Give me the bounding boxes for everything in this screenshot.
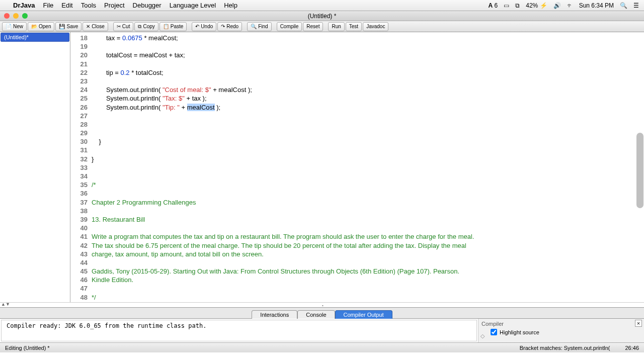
cut-icon: ✂ — [117, 24, 121, 29]
tab-compiler-output[interactable]: Compiler Output — [335, 310, 392, 319]
bottom-tabs: Interactions Console Compiler Output — [0, 307, 644, 318]
menu-tools[interactable]: Tools — [81, 2, 96, 9]
tab-interactions[interactable]: Interactions — [252, 310, 297, 319]
spotlight-icon[interactable]: 🔍 — [620, 2, 627, 9]
splitter[interactable]: ▲▼ • — [0, 302, 644, 307]
status-pos: 26:46 — [625, 345, 639, 351]
clock[interactable]: Sun 6:34 PM — [579, 2, 614, 9]
display-icon[interactable]: ▭ — [504, 2, 509, 9]
battery-icon[interactable]: 42% ⚡ — [526, 2, 547, 9]
diamond-icon[interactable]: ◇ — [480, 333, 485, 339]
new-button[interactable]: 📄New — [2, 22, 27, 31]
find-button[interactable]: 🔍Find — [247, 22, 271, 31]
paste-button[interactable]: 📋Paste — [159, 22, 187, 31]
file-sidebar: (Untitled)* — [0, 32, 70, 302]
highlight-source-checkbox[interactable]: Highlight source — [491, 329, 641, 335]
zoom-window-button[interactable] — [22, 13, 28, 19]
compile-button[interactable]: Compile — [277, 22, 302, 31]
menu-debugger[interactable]: Debugger — [133, 2, 162, 9]
cut-button[interactable]: ✂Cut — [113, 22, 134, 31]
new-icon: 📄 — [6, 24, 12, 29]
volume-icon[interactable]: 🔊 — [553, 2, 561, 9]
statusbar: Editing (Untitled) * Bracket matches: Sy… — [0, 342, 644, 352]
macos-menubar: DrJava File Edit Tools Project Debugger … — [0, 0, 644, 11]
panel-close-button[interactable]: × — [635, 320, 642, 327]
open-button[interactable]: 📂Open — [28, 22, 54, 31]
close-window-button[interactable] — [4, 13, 10, 19]
app-name[interactable]: DrJava — [13, 2, 35, 9]
menu-help[interactable]: Help — [224, 2, 237, 9]
undo-button[interactable]: ↶Undo — [192, 22, 216, 31]
copy-button[interactable]: ⧉Copy — [134, 22, 158, 31]
run-button[interactable]: Run — [328, 22, 344, 31]
compiler-output-text: Compiler ready: JDK 6.0_65 from the runt… — [1, 320, 477, 341]
find-icon: 🔍 — [251, 24, 257, 29]
output-area: Compiler ready: JDK 6.0_65 from the runt… — [0, 318, 644, 342]
open-file-tab[interactable]: (Untitled)* — [1, 33, 69, 42]
status-bracket: Bracket matches: System.out.println( — [520, 345, 610, 351]
toolbar: 📄New 📂Open 💾Save ✕Close ✂Cut ⧉Copy 📋Past… — [0, 21, 644, 32]
close-icon: ✕ — [86, 24, 90, 29]
menu-file[interactable]: File — [43, 2, 53, 9]
open-icon: 📂 — [31, 24, 37, 29]
save-icon: 💾 — [59, 24, 65, 29]
window-title: (Untitled) * — [308, 13, 337, 20]
menu-project[interactable]: Project — [104, 2, 124, 9]
menu-icon[interactable]: ☰ — [633, 2, 639, 9]
undo-icon: ↶ — [195, 24, 199, 29]
redo-icon: ↷ — [221, 24, 225, 29]
reset-button[interactable]: Reset — [303, 22, 323, 31]
menu-edit[interactable]: Edit — [61, 2, 72, 9]
dropbox-icon[interactable]: ⧉ — [515, 2, 520, 9]
compiler-panel: × Compiler Highlight source ◇ — [478, 319, 644, 342]
vertical-scrollbar[interactable] — [636, 133, 643, 208]
copy-icon: ⧉ — [138, 24, 141, 30]
javadoc-button[interactable]: Javadoc — [363, 22, 388, 31]
tab-console[interactable]: Console — [297, 310, 335, 319]
test-button[interactable]: Test — [346, 22, 362, 31]
code-content[interactable]: tax = 0.0675 * mealCost; totalCost = mea… — [92, 32, 644, 302]
code-editor[interactable]: 1819202122232425262728293031323334353637… — [70, 32, 644, 302]
wifi-icon[interactable]: ᯤ — [567, 2, 573, 9]
compiler-header: Compiler — [481, 321, 641, 327]
arrow-icon: ▲▼ — [1, 302, 10, 307]
traffic-lights — [4, 13, 28, 19]
window-titlebar: (Untitled) * — [0, 11, 644, 21]
highlight-checkbox-input[interactable] — [491, 329, 497, 335]
adobe-icon[interactable]: A 6 — [489, 2, 498, 9]
main-area: (Untitled)* 1819202122232425262728293031… — [0, 32, 644, 302]
paste-icon: 📋 — [163, 24, 169, 29]
close-button[interactable]: ✕Close — [83, 22, 108, 31]
minimize-window-button[interactable] — [13, 13, 19, 19]
menu-language-level[interactable]: Language Level — [170, 2, 216, 9]
redo-button[interactable]: ↷Redo — [217, 22, 242, 31]
status-left: Editing (Untitled) * — [5, 345, 50, 351]
line-gutter: 1819202122232425262728293031323334353637… — [70, 32, 92, 302]
save-button[interactable]: 💾Save — [55, 22, 82, 31]
